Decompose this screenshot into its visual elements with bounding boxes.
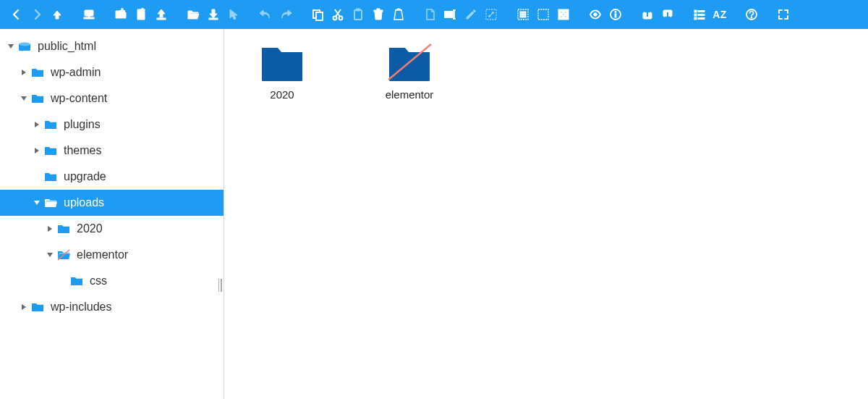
chevron-down-icon[interactable] <box>45 250 55 260</box>
tree-label: themes <box>64 144 101 157</box>
folder-icon <box>43 117 58 132</box>
tree-node-public-html[interactable]: public_html <box>0 33 224 59</box>
chevron-right-icon[interactable] <box>32 119 42 130</box>
svg-rect-21 <box>377 9 380 10</box>
select-all-icon[interactable] <box>514 5 532 24</box>
help-icon[interactable] <box>742 5 761 24</box>
svg-rect-39 <box>563 14 564 15</box>
upload-icon[interactable] <box>152 5 171 24</box>
svg-point-42 <box>594 13 597 17</box>
chevron-right-icon[interactable] <box>19 67 29 77</box>
tree-node-upgrade[interactable]: upgrade <box>0 164 224 190</box>
open-folder-icon[interactable] <box>184 5 203 24</box>
chevron-down-icon[interactable] <box>19 93 29 104</box>
undo-icon[interactable] <box>256 5 275 24</box>
up-icon[interactable] <box>48 5 67 24</box>
folder-label: elementor <box>386 88 434 101</box>
tree-label: upgrade <box>64 170 106 183</box>
folder-item-elementor[interactable]: elementor <box>366 42 453 101</box>
svg-rect-52 <box>694 17 697 20</box>
tree-label: wp-includes <box>51 301 111 314</box>
svg-rect-23 <box>446 13 452 17</box>
folder-icon <box>56 222 71 236</box>
svg-rect-19 <box>356 9 360 11</box>
tree-label: plugins <box>64 118 101 131</box>
svg-rect-14 <box>316 12 323 20</box>
folder-icon <box>43 169 58 184</box>
tree-label: uploads <box>64 196 104 209</box>
duplicate-icon[interactable] <box>421 5 440 24</box>
tree-node-wp-content[interactable]: wp-content <box>0 85 224 112</box>
empty-icon[interactable] <box>389 5 408 24</box>
folder-icon <box>259 42 305 81</box>
tree-node-elementor[interactable]: elementor <box>0 242 224 268</box>
svg-rect-4 <box>88 16 90 17</box>
svg-point-55 <box>751 17 752 18</box>
svg-rect-28 <box>524 12 526 13</box>
forward-icon[interactable] <box>27 5 46 24</box>
svg-rect-29 <box>520 14 522 15</box>
disk-icon <box>17 39 32 54</box>
chevron-right-icon[interactable] <box>19 302 29 312</box>
svg-rect-26 <box>520 12 522 13</box>
chevron-down-icon[interactable] <box>6 41 16 51</box>
new-folder-icon[interactable] <box>111 5 130 24</box>
svg-rect-34 <box>524 16 526 17</box>
tree-node-plugins[interactable]: plugins <box>0 112 224 138</box>
copy-icon[interactable] <box>308 5 327 24</box>
view-list-icon[interactable] <box>690 5 709 24</box>
edit-icon[interactable] <box>461 5 480 24</box>
resize-handle-icon[interactable] <box>218 279 222 292</box>
svg-rect-27 <box>522 12 524 13</box>
chevron-down-icon[interactable] <box>32 198 42 208</box>
cut-icon[interactable] <box>328 5 347 24</box>
cursor-icon[interactable] <box>224 5 243 24</box>
fullscreen-icon[interactable] <box>774 5 793 24</box>
tree-node-wp-admin[interactable]: wp-admin <box>0 59 224 85</box>
invert-selection-icon[interactable] <box>554 5 573 24</box>
svg-rect-32 <box>520 16 522 17</box>
folder-open-icon <box>43 196 58 210</box>
svg-rect-40 <box>561 16 562 17</box>
svg-rect-10 <box>140 9 145 11</box>
svg-rect-53 <box>698 18 705 20</box>
resize-icon[interactable] <box>482 5 501 24</box>
tree-node-css[interactable]: css <box>0 268 224 294</box>
rename-icon[interactable] <box>441 5 460 24</box>
preview-icon[interactable] <box>586 5 605 24</box>
svg-rect-31 <box>524 14 526 15</box>
svg-rect-33 <box>522 16 524 17</box>
tree-node-uploads[interactable]: uploads <box>0 190 224 216</box>
tree-node-wp-includes[interactable]: wp-includes <box>0 294 224 320</box>
sort-icon[interactable]: AZ <box>710 5 729 24</box>
folder-label: 2020 <box>270 88 294 101</box>
tree-label: public_html <box>38 40 96 53</box>
folder-item-2020[interactable]: 2020 <box>239 42 326 101</box>
redo-icon[interactable] <box>276 5 295 24</box>
back-icon[interactable] <box>7 5 26 24</box>
tree-label: css <box>90 274 107 287</box>
tree-sidebar: public_html wp-admin wp-content plugins … <box>0 29 224 399</box>
content-pane[interactable]: 2020 elementor <box>224 29 868 399</box>
svg-rect-38 <box>565 12 566 13</box>
select-none-icon[interactable] <box>534 5 553 24</box>
delete-icon[interactable] <box>369 5 388 24</box>
tree-label: elementor <box>77 248 128 261</box>
download-icon[interactable] <box>204 5 223 24</box>
folder-open-icon <box>56 248 71 262</box>
info-icon[interactable] <box>606 5 625 24</box>
svg-rect-48 <box>694 10 697 12</box>
extract-icon[interactable] <box>638 5 657 24</box>
svg-rect-11 <box>157 18 166 20</box>
tree-node-2020[interactable]: 2020 <box>0 216 224 242</box>
new-file-icon[interactable] <box>132 5 150 24</box>
chevron-right-icon[interactable] <box>45 224 55 234</box>
netmount-icon[interactable] <box>80 5 98 24</box>
folder-icon <box>30 65 45 80</box>
folder-icon <box>30 91 45 106</box>
chevron-right-icon[interactable] <box>32 146 42 156</box>
paste-icon[interactable] <box>349 5 367 24</box>
tree-node-themes[interactable]: themes <box>0 138 224 164</box>
archive-icon[interactable] <box>658 5 677 24</box>
sort-label: AZ <box>712 9 727 20</box>
